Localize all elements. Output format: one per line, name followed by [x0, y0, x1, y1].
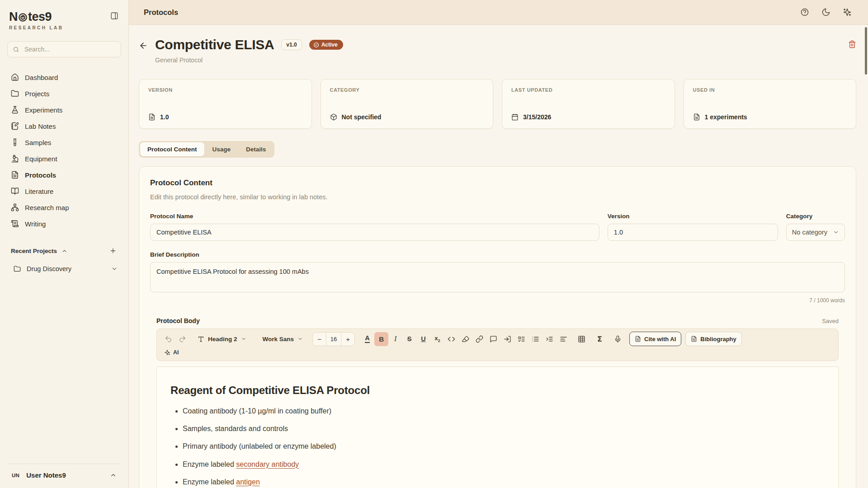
sidebar-item-protocols[interactable]: Protocols — [7, 167, 121, 183]
comment-button[interactable] — [486, 332, 500, 346]
stat-label: CATEGORY — [330, 87, 484, 93]
editor-content[interactable]: Reagent of Competitive ELISA Protocol Co… — [156, 366, 839, 488]
comment-icon — [490, 335, 497, 343]
stat-cards: VERSION 1.0 CATEGORY Not specified LAST … — [139, 79, 856, 129]
stat-label: LAST UPDATED — [511, 87, 665, 93]
sidebar-item-lab-notes[interactable]: Lab Notes — [7, 118, 121, 134]
heading-style-value: Heading 2 — [208, 336, 237, 343]
font-family-select[interactable]: Work Sans — [259, 332, 307, 346]
bibliography-button[interactable]: Bibliography — [685, 332, 741, 346]
link-button[interactable] — [472, 332, 486, 346]
tab-details[interactable]: Details — [239, 142, 273, 156]
help-button[interactable] — [800, 8, 809, 17]
code-icon — [448, 335, 455, 343]
cite-with-ai-button[interactable]: Cite with AI — [629, 332, 681, 346]
sidebar-item-projects[interactable]: Projects — [7, 85, 121, 102]
bullet-list-button[interactable] — [528, 332, 542, 346]
sidebar-item-label: Projects — [25, 90, 49, 98]
editor-link[interactable]: antigen — [236, 478, 260, 486]
sidebar: Ntes9 RESEARCH LAB Dashboard Projects — [0, 0, 129, 488]
sidebar-item-samples[interactable]: Samples — [7, 134, 121, 150]
tab-usage[interactable]: Usage — [205, 142, 238, 156]
table-button[interactable] — [575, 332, 589, 346]
help-circle-icon — [800, 8, 809, 17]
align-button[interactable] — [557, 332, 571, 346]
font-size-increase-button[interactable]: + — [341, 333, 354, 346]
highlight-button[interactable] — [458, 332, 472, 346]
field-category: Category No category — [786, 213, 845, 241]
category-select[interactable]: No category — [786, 224, 845, 241]
user-menu[interactable]: UN User Notes9 — [7, 464, 121, 482]
delete-protocol-button[interactable] — [848, 40, 856, 48]
back-button[interactable] — [139, 41, 148, 50]
version-badge: v1.0 — [281, 39, 302, 50]
protocol-title-block: Competitive ELISA v1.0 Active General Pr… — [155, 37, 343, 64]
editor-bullet: Coating antibody (1-10 µg/ml in coating … — [183, 406, 825, 416]
sidebar-item-equipment[interactable]: Equipment — [7, 150, 121, 167]
font-size-stepper: − 16 + — [312, 332, 355, 346]
protocol-name-input[interactable] — [150, 224, 599, 241]
recent-projects-header[interactable]: Recent Projects — [7, 246, 121, 255]
code-button[interactable] — [444, 332, 458, 346]
chevron-down-icon[interactable] — [111, 266, 118, 272]
search-box[interactable] — [7, 41, 121, 57]
folder-icon — [11, 89, 19, 98]
insert-block-button[interactable] — [500, 332, 514, 346]
file-text-icon — [11, 171, 19, 179]
brief-description-textarea[interactable]: Competitive ELISA Protocol for assessing… — [150, 262, 845, 292]
bold-button[interactable]: B — [374, 332, 388, 346]
editor-bullet: Samples, standards and controls — [183, 423, 825, 434]
heading-style-select[interactable]: Heading 2 — [193, 332, 250, 346]
sidebar-item-experiments[interactable]: Experiments — [7, 102, 121, 118]
font-size-decrease-button[interactable]: − — [313, 333, 326, 346]
sidebar-item-writing[interactable]: Writing — [7, 216, 121, 232]
stat-card-last-updated: LAST UPDATED 3/15/2026 — [502, 79, 675, 129]
status-badge: Active — [309, 40, 343, 50]
redo-button[interactable] — [175, 332, 189, 346]
dark-mode-toggle[interactable] — [821, 8, 830, 17]
indent-button[interactable] — [542, 332, 557, 346]
strikethrough-icon: S — [407, 335, 412, 343]
add-project-button[interactable] — [108, 246, 118, 255]
subscript-button[interactable]: x2 — [430, 332, 444, 346]
sparkles-icon — [164, 349, 170, 356]
editor-ai-button[interactable]: AI — [161, 347, 182, 357]
text-color-button[interactable]: A — [360, 332, 374, 346]
microscope-icon — [11, 155, 19, 163]
recent-projects-label: Recent Projects — [11, 248, 57, 254]
link-icon — [476, 335, 483, 343]
sidebar-item-dashboard[interactable]: Dashboard — [7, 69, 121, 85]
italic-button[interactable]: I — [388, 332, 402, 346]
sidebar-item-research-map[interactable]: Research map — [7, 199, 121, 216]
sidebar-item-label: Research map — [25, 204, 69, 211]
field-version: Version — [608, 213, 778, 241]
scrollbar[interactable] — [865, 27, 867, 75]
file-text-icon — [691, 336, 697, 342]
sidebar-collapse-button[interactable] — [109, 11, 119, 21]
strikethrough-button[interactable]: S — [402, 332, 416, 346]
file-text-icon — [693, 113, 700, 121]
editor-bullet: Enzyme labeled antigen — [183, 477, 825, 487]
editor-link[interactable]: secondary antibody — [236, 460, 299, 468]
search-input[interactable] — [24, 45, 116, 53]
protocol-body-label: Protocol Body — [156, 317, 200, 324]
dictation-button[interactable] — [611, 332, 625, 346]
font-family-value: Work Sans — [263, 336, 294, 343]
underline-button[interactable]: U — [416, 332, 430, 346]
sparkles-icon — [843, 8, 852, 17]
formula-button[interactable]: Σ — [593, 332, 607, 346]
checklist-icon — [518, 335, 525, 343]
editor-bullet: Primary antibody (unlabeled or enzyme la… — [183, 441, 825, 451]
protocol-content-card: Protocol Content Edit this protocol dire… — [139, 166, 856, 488]
file-text-icon — [148, 113, 156, 121]
undo-button[interactable] — [161, 332, 175, 346]
tab-protocol-content[interactable]: Protocol Content — [140, 142, 204, 156]
checklist-button[interactable] — [514, 332, 528, 346]
version-input[interactable] — [608, 224, 778, 241]
ai-assistant-button[interactable] — [843, 8, 852, 17]
notebook-pen-icon — [11, 122, 19, 130]
sidebar-nav: Dashboard Projects Experiments Lab Notes… — [7, 69, 121, 232]
top-header: Protocols — [129, 0, 868, 25]
sidebar-project-drug-discovery[interactable]: Drug Discovery — [7, 263, 121, 275]
sidebar-item-literature[interactable]: Literature — [7, 183, 121, 199]
